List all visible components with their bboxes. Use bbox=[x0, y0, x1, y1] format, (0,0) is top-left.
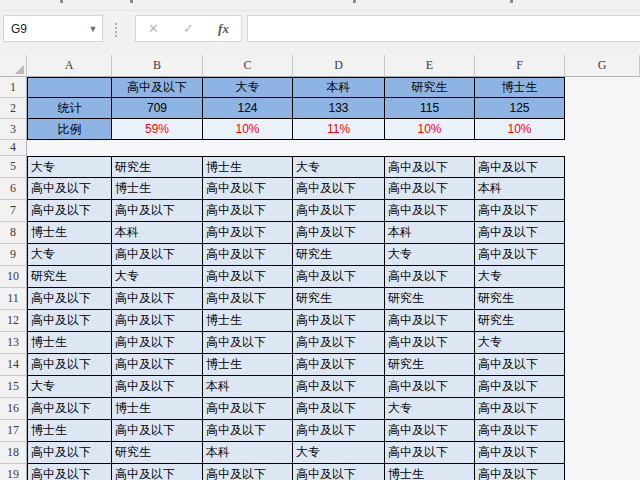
cell-C18[interactable]: 本科 bbox=[203, 442, 293, 464]
cell-C8[interactable]: 高中及以下 bbox=[203, 222, 293, 244]
column-header-F[interactable]: F bbox=[475, 55, 565, 77]
cell-G13[interactable] bbox=[565, 332, 640, 354]
select-all-corner[interactable] bbox=[0, 55, 27, 77]
cell-A18[interactable]: 高中及以下 bbox=[27, 442, 112, 464]
cell-F3[interactable]: 10% bbox=[475, 119, 565, 140]
cell-G12[interactable] bbox=[565, 310, 640, 332]
name-box[interactable]: G9 ▼ bbox=[3, 15, 103, 42]
cell-D18[interactable]: 大专 bbox=[293, 442, 385, 464]
cell-D1[interactable]: 本科 bbox=[293, 77, 385, 98]
cell-B16[interactable]: 博士生 bbox=[112, 398, 203, 420]
cell-D10[interactable]: 高中及以下 bbox=[293, 266, 385, 288]
cell-G3[interactable] bbox=[565, 119, 640, 140]
cell-F19[interactable]: 高中及以下 bbox=[475, 464, 565, 480]
cell-C17[interactable]: 高中及以下 bbox=[203, 420, 293, 442]
cell-F15[interactable]: 高中及以下 bbox=[475, 376, 565, 398]
row-header-1[interactable]: 1 bbox=[0, 77, 27, 98]
name-box-dropdown-icon[interactable]: ▼ bbox=[84, 24, 102, 34]
cell-E14[interactable]: 研究生 bbox=[385, 354, 475, 376]
column-header-C[interactable]: C bbox=[203, 55, 293, 77]
cell-E7[interactable]: 高中及以下 bbox=[385, 200, 475, 222]
cell-C16[interactable]: 高中及以下 bbox=[203, 398, 293, 420]
cell-E2[interactable]: 115 bbox=[385, 98, 475, 119]
cell-A15[interactable]: 大专 bbox=[27, 376, 112, 398]
cell-G10[interactable] bbox=[565, 266, 640, 288]
cell-D3[interactable]: 11% bbox=[293, 119, 385, 140]
row-header-7[interactable]: 7 bbox=[0, 200, 27, 222]
row-header-14[interactable]: 14 bbox=[0, 354, 27, 376]
cell-E4[interactable] bbox=[385, 140, 475, 156]
cell-B4[interactable] bbox=[112, 140, 203, 156]
cell-E11[interactable]: 研究生 bbox=[385, 288, 475, 310]
cell-E18[interactable]: 高中及以下 bbox=[385, 442, 475, 464]
cell-E19[interactable]: 博士生 bbox=[385, 464, 475, 480]
cell-F2[interactable]: 125 bbox=[475, 98, 565, 119]
cell-A5[interactable]: 大专 bbox=[27, 156, 112, 178]
cell-B17[interactable]: 高中及以下 bbox=[112, 420, 203, 442]
row-header-2[interactable]: 2 bbox=[0, 98, 27, 119]
cell-A3[interactable]: 比例 bbox=[27, 119, 112, 140]
cell-G19[interactable] bbox=[565, 464, 640, 480]
cell-A10[interactable]: 研究生 bbox=[27, 266, 112, 288]
cell-F5[interactable]: 高中及以下 bbox=[475, 156, 565, 178]
cell-D15[interactable]: 高中及以下 bbox=[293, 376, 385, 398]
cell-D13[interactable]: 高中及以下 bbox=[293, 332, 385, 354]
cell-E15[interactable]: 高中及以下 bbox=[385, 376, 475, 398]
cell-D16[interactable]: 高中及以下 bbox=[293, 398, 385, 420]
cell-A14[interactable]: 高中及以下 bbox=[27, 354, 112, 376]
cell-A8[interactable]: 博士生 bbox=[27, 222, 112, 244]
cell-E3[interactable]: 10% bbox=[385, 119, 475, 140]
cell-E9[interactable]: 大专 bbox=[385, 244, 475, 266]
cell-F18[interactable]: 高中及以下 bbox=[475, 442, 565, 464]
cell-G17[interactable] bbox=[565, 420, 640, 442]
formula-bar-resize-handle[interactable] bbox=[114, 21, 118, 37]
cell-C5[interactable]: 博士生 bbox=[203, 156, 293, 178]
column-header-E[interactable]: E bbox=[385, 55, 475, 77]
cell-C13[interactable]: 高中及以下 bbox=[203, 332, 293, 354]
cell-C15[interactable]: 本科 bbox=[203, 376, 293, 398]
cell-B12[interactable]: 高中及以下 bbox=[112, 310, 203, 332]
row-header-8[interactable]: 8 bbox=[0, 222, 27, 244]
cell-E10[interactable]: 高中及以下 bbox=[385, 266, 475, 288]
cell-G15[interactable] bbox=[565, 376, 640, 398]
cell-F12[interactable]: 研究生 bbox=[475, 310, 565, 332]
cell-F13[interactable]: 大专 bbox=[475, 332, 565, 354]
cell-A4[interactable] bbox=[27, 140, 112, 156]
cell-G9[interactable] bbox=[565, 244, 640, 266]
cell-A9[interactable]: 大专 bbox=[27, 244, 112, 266]
cell-E6[interactable]: 高中及以下 bbox=[385, 178, 475, 200]
cell-G4[interactable] bbox=[565, 140, 640, 156]
cell-B19[interactable]: 高中及以下 bbox=[112, 464, 203, 480]
cell-F16[interactable]: 高中及以下 bbox=[475, 398, 565, 420]
row-header-3[interactable]: 3 bbox=[0, 119, 27, 140]
cell-C7[interactable]: 高中及以下 bbox=[203, 200, 293, 222]
cell-C1[interactable]: 大专 bbox=[203, 77, 293, 98]
row-header-18[interactable]: 18 bbox=[0, 442, 27, 464]
cell-C10[interactable]: 高中及以下 bbox=[203, 266, 293, 288]
cell-F6[interactable]: 本科 bbox=[475, 178, 565, 200]
cell-C4[interactable] bbox=[203, 140, 293, 156]
column-header-D[interactable]: D bbox=[293, 55, 385, 77]
cell-F10[interactable]: 大专 bbox=[475, 266, 565, 288]
cell-F8[interactable]: 高中及以下 bbox=[475, 222, 565, 244]
cell-G18[interactable] bbox=[565, 442, 640, 464]
cell-G14[interactable] bbox=[565, 354, 640, 376]
cell-F1[interactable]: 博士生 bbox=[475, 77, 565, 98]
cell-C19[interactable]: 高中及以下 bbox=[203, 464, 293, 480]
cell-B10[interactable]: 大专 bbox=[112, 266, 203, 288]
cell-C14[interactable]: 博士生 bbox=[203, 354, 293, 376]
cell-F17[interactable]: 高中及以下 bbox=[475, 420, 565, 442]
cell-A11[interactable]: 高中及以下 bbox=[27, 288, 112, 310]
cell-G7[interactable] bbox=[565, 200, 640, 222]
row-header-10[interactable]: 10 bbox=[0, 266, 27, 288]
cell-A13[interactable]: 博士生 bbox=[27, 332, 112, 354]
cell-D11[interactable]: 研究生 bbox=[293, 288, 385, 310]
name-box-value[interactable]: G9 bbox=[4, 22, 84, 36]
cell-B7[interactable]: 高中及以下 bbox=[112, 200, 203, 222]
cell-G1[interactable] bbox=[565, 77, 640, 98]
cell-D4[interactable] bbox=[293, 140, 385, 156]
cell-G5[interactable] bbox=[565, 156, 640, 178]
cell-A17[interactable]: 博士生 bbox=[27, 420, 112, 442]
cell-G16[interactable] bbox=[565, 398, 640, 420]
cell-B14[interactable]: 高中及以下 bbox=[112, 354, 203, 376]
